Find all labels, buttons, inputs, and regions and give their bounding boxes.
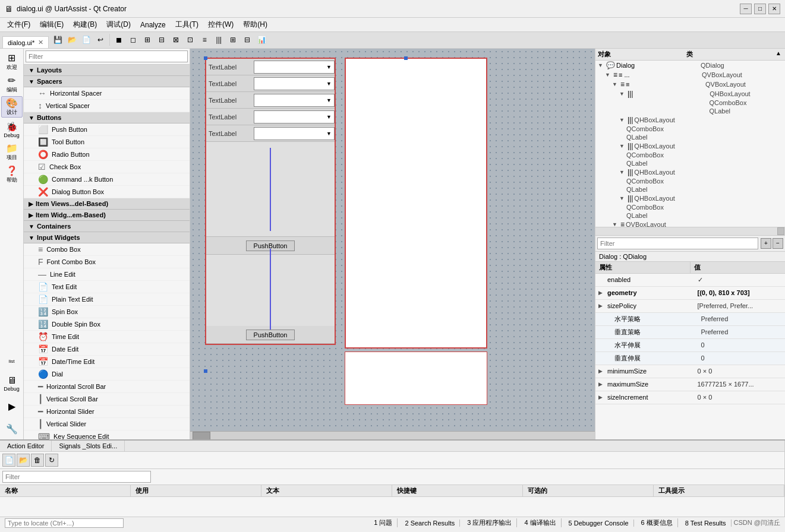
widget-command-button[interactable]: 🟢 Command ...k Button — [24, 173, 190, 186]
canvas-hscrollbar[interactable] — [190, 431, 595, 439]
status-search[interactable]: 2 Search Results — [400, 520, 460, 527]
push-button-2[interactable]: PushButton — [246, 330, 295, 340]
tree-item-label5[interactable]: QLabel — [595, 211, 785, 220]
menu-help[interactable]: 帮助(H) — [238, 18, 272, 31]
status-app-output[interactable]: 3 应用程序输出 — [462, 518, 517, 527]
canvas-area[interactable]: TextLabel ▼ TextLabel ▼ TextLabel ▼ Tex — [190, 49, 595, 439]
widget-combo-box[interactable]: ≡ Combo Box — [24, 243, 190, 256]
toolbar-save[interactable]: 💾 — [51, 33, 64, 46]
tree-item-hbox5[interactable]: ▼ ||| QHBoxLayout — [595, 194, 785, 203]
tree-item-combo4[interactable]: QComboBox — [595, 177, 785, 185]
cat-input-widgets[interactable]: ▼ Input Widgets — [24, 232, 190, 243]
menu-widgets[interactable]: 控件(W) — [203, 18, 238, 31]
menu-edit[interactable]: 编辑(E) — [35, 18, 68, 31]
tree-item-combo5[interactable]: QComboBox — [595, 203, 785, 211]
prop-vstretch-val[interactable]: 0 — [699, 354, 786, 362]
sidebar-run[interactable]: ▶ — [1, 395, 23, 417]
cat-item-widgets[interactable]: ▶ Item Widg...em-Based) — [24, 210, 190, 221]
widget-vslider[interactable]: ┃ Vertical Slider — [24, 418, 190, 430]
toolbar-btn11[interactable]: 📊 — [255, 33, 268, 46]
tree-item-hbox2[interactable]: ▼ ||| QHBoxLayout — [595, 115, 785, 125]
sidebar-design[interactable]: 🎨 设计 — [1, 96, 23, 118]
prop-vpolicy-val[interactable]: Preferred — [699, 328, 786, 335]
widget-radio-button[interactable]: ⭕ Radio Button — [24, 148, 190, 161]
form-combo-1[interactable]: ▼ — [254, 77, 335, 90]
toolbar-btn4[interactable]: ⊟ — [155, 33, 168, 46]
toolbar-btn6[interactable]: ⊡ — [184, 33, 197, 46]
tree-item-combo1[interactable]: QComboBox — [595, 99, 785, 107]
sidebar-edit[interactable]: ✏ 编辑 — [1, 74, 23, 95]
minsize-expand[interactable]: ▶ — [595, 368, 605, 374]
bottom-open[interactable]: 📂 — [17, 454, 30, 467]
tree-item-vbox3[interactable]: ▼ ≡ QVBoxLayout — [595, 220, 785, 227]
widget-plain-text-edit[interactable]: 📄 Plain Text Edit — [24, 293, 190, 306]
locate-input[interactable] — [5, 518, 124, 528]
hscroll-thumb[interactable] — [193, 432, 210, 440]
bottom-refresh[interactable]: ↻ — [45, 454, 58, 467]
menu-analyze[interactable]: Analyze — [135, 20, 171, 30]
tree-item-label3[interactable]: QLabel — [595, 159, 785, 167]
sidebar-help[interactable]: ❓ 帮助 — [1, 164, 23, 185]
tree-item-hbox4[interactable]: ▼ ||| QHBoxLayout — [595, 167, 785, 177]
cat-item-views[interactable]: ▶ Item Views...del-Based) — [24, 198, 190, 210]
widget-filter-input[interactable] — [26, 50, 188, 62]
sidebar-build[interactable]: 🔧 — [1, 418, 23, 439]
close-button[interactable]: ✕ — [768, 4, 780, 14]
cat-buttons[interactable]: ▼ Buttons — [24, 112, 190, 124]
sidebar-welcome[interactable]: ⊞ 欢迎 — [1, 51, 23, 72]
toolbar-new[interactable]: 📄 — [80, 33, 93, 46]
widget-check-box[interactable]: ☑ Check Box — [24, 161, 190, 173]
tree-item-vbox1[interactable]: ▼ ≡ ≡ ... QVBoxLayout — [595, 70, 785, 80]
sidebar-projects[interactable]: 📁 项目 — [1, 141, 23, 163]
minimize-button[interactable]: ─ — [740, 4, 752, 14]
menu-build[interactable]: 构建(B) — [68, 18, 102, 31]
bottom-delete[interactable]: 🗑 — [31, 454, 44, 467]
obj-scroll-thumb[interactable] — [777, 227, 784, 235]
handle-bottom-left[interactable] — [204, 369, 207, 373]
toolbar-btn8[interactable]: ||| — [212, 33, 225, 46]
form-combo-4[interactable]: ▼ — [254, 127, 335, 140]
status-tests[interactable]: 8 Test Results — [680, 520, 732, 527]
tab-signals-slots[interactable]: Signals _Slots Edi... — [52, 441, 125, 451]
canvas-bottom-panel[interactable] — [345, 352, 487, 405]
handle-top-left[interactable] — [204, 56, 207, 60]
bottom-new[interactable]: 📄 — [2, 454, 15, 467]
sizeincrement-expand[interactable]: ▶ — [595, 394, 605, 400]
form-widget[interactable]: TextLabel ▼ TextLabel ▼ TextLabel ▼ Tex — [205, 58, 336, 345]
sizepolicy-expand[interactable]: ▶ — [595, 303, 605, 309]
tab-action-editor[interactable]: Action Editor — [0, 441, 52, 451]
prop-filter-add[interactable]: + — [761, 238, 771, 249]
widget-push-button[interactable]: ⬜ Push Button — [24, 124, 190, 136]
widget-hslider[interactable]: ━ Horizontal Slider — [24, 406, 190, 418]
status-problems[interactable]: 1 问题 — [369, 518, 398, 527]
toolbar-btn1[interactable]: ◼ — [112, 33, 125, 46]
toolbar-open[interactable]: 📂 — [65, 33, 78, 46]
tree-item-label4[interactable]: QLabel — [595, 185, 785, 194]
maximize-button[interactable]: □ — [754, 4, 766, 14]
widget-date-edit[interactable]: 📅 Date Edit — [24, 343, 190, 356]
sidebar-debug2[interactable]: 🖥 Debug — [1, 373, 23, 394]
toolbar-btn3[interactable]: ⊞ — [141, 33, 154, 46]
tree-item-dialog[interactable]: ▼ 💬 Dialog QDialog — [595, 61, 785, 70]
toolbar-btn9[interactable]: ⊞ — [226, 33, 239, 46]
cat-containers[interactable]: ▼ Containers — [24, 221, 190, 232]
widget-spin-box[interactable]: 🔢 Spin Box — [24, 306, 190, 318]
file-tab-close[interactable]: ✕ — [38, 39, 43, 46]
status-compile[interactable]: 4 编译输出 — [519, 518, 561, 527]
obj-tree-scrollbar[interactable] — [595, 227, 785, 235]
status-debugger[interactable]: 5 Debugger Console — [564, 520, 634, 527]
widget-vertical-spacer[interactable]: ↕ Vertical Spacer — [24, 100, 190, 112]
widget-vscrollbar[interactable]: ┃ Vertical Scroll Bar — [24, 393, 190, 406]
tree-item-hbox1[interactable]: ▼ ||| QHBoxLayout — [595, 89, 785, 99]
prop-hstretch-val[interactable]: 0 — [699, 341, 786, 349]
tree-item-label1[interactable]: QLabel — [595, 107, 785, 115]
toolbar-undo[interactable]: ↩ — [94, 33, 107, 46]
cat-layouts[interactable]: ▼ Layouts — [24, 65, 190, 76]
tree-item-label2[interactable]: QLabel — [595, 133, 785, 141]
tree-item-vbox2[interactable]: ▼ ≡ ≡ QVBoxLayout — [595, 80, 785, 89]
widget-double-spin-box[interactable]: 🔢 Double Spin Box — [24, 318, 190, 331]
prop-hpolicy-val[interactable]: Preferred — [699, 315, 786, 322]
obj-scroll-up[interactable]: ▲ — [774, 50, 783, 59]
status-overview[interactable]: 6 概要信息 — [636, 518, 678, 527]
widget-dialog-button-box[interactable]: ❌ Dialog Button Box — [24, 186, 190, 198]
